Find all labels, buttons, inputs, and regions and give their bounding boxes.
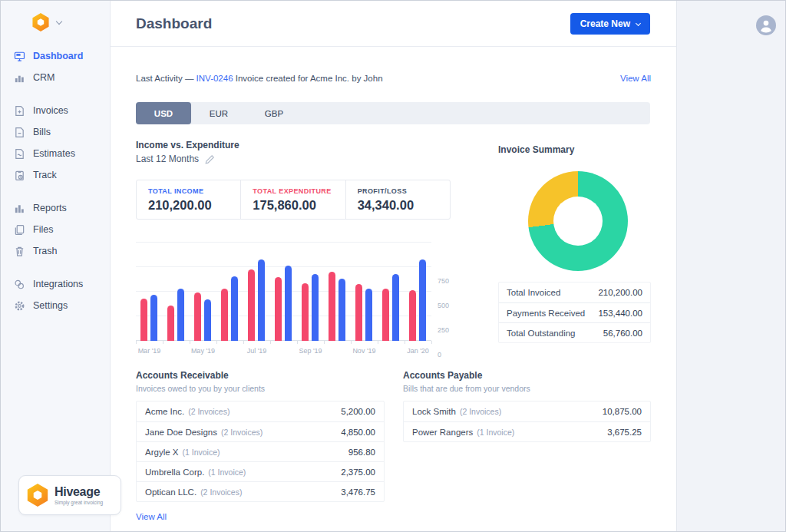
accounts-receivable-list: Acme Inc.(2 Invoices)5,200.00Jane Doe De… [136,401,385,502]
sidebar-item-invoices[interactable]: Invoices [1,100,110,121]
bar-group-may-19 [190,240,216,341]
stat-value: 210,200.00 [148,198,240,213]
tab-usd[interactable]: USD [136,102,191,124]
account-row[interactable]: Lock Smith(2 Invoices)10,875.00 [404,401,650,421]
bar-expenditure [302,283,309,341]
client-name: Acme Inc. [145,407,184,416]
stat-profit-loss: PROFIT/LOSS34,340.00 [345,180,450,219]
accounts-payable-subtitle: Bills that are due from your vendors [403,384,651,393]
account-row[interactable]: Acme Inc.(2 Invoices)5,200.00 [137,401,384,421]
axis-tick [297,341,298,344]
receivable-view-all-link[interactable]: View All [136,512,167,521]
bar-income [150,295,157,341]
summary-value: 210,200.00 [598,288,642,297]
bar-income [339,279,345,341]
sidebar-item-integrations[interactable]: Integrations [1,273,110,295]
topbar: Dashboard Create New [111,1,676,47]
bar-group-dec-19 [378,240,405,341]
summary-row: Total Outstanding56,760.00 [499,322,650,342]
amount-value: 4,850.00 [341,428,375,437]
bar-income [258,259,265,341]
tab-gbp[interactable]: GBP [246,102,302,124]
sidebar-item-dashboard[interactable]: Dashboard [1,45,110,67]
accounts-payable-title: Accounts Payable [403,370,651,381]
amount-value: 10,875.00 [603,407,642,416]
sidebar-item-track[interactable]: Track [1,164,110,186]
income-expenditure-chart: Mar '19May '19Jul '19Sep '19Nov '19Jan '… [136,240,474,355]
sidebar-item-trash[interactable]: Trash [1,240,110,262]
create-new-button[interactable]: Create New [570,13,650,35]
stat-total-expenditure: TOTAL EXPENDITURE175,860.00 [240,180,345,219]
workspace-switcher[interactable] [31,13,61,31]
bar-group-jun-19 [216,240,243,341]
stat-value: 175,860.00 [253,198,345,213]
sidebar-item-crm[interactable]: CRM [1,67,110,88]
activity-invoice-link[interactable]: INV-0246 [196,74,233,83]
summary-row: Payments Received153,440.00 [499,302,650,322]
right-strip [678,1,786,531]
amount-value: 956.80 [348,448,375,457]
sidebar-item-label: Estimates [33,148,75,159]
sidebar-item-label: Bills [33,127,51,137]
client-name: Umbrella Corp. [145,468,204,477]
user-avatar[interactable] [756,15,776,35]
period-label: Last 12 Months [136,154,199,164]
sidebar-item-files[interactable]: Files [1,219,110,240]
account-row[interactable]: Argyle X(1 Invoice)956.80 [137,441,384,461]
files-icon [14,224,25,236]
account-row[interactable]: Optican LLC.(2 Invoices)3,476.75 [137,481,384,501]
invoice-count: (2 Invoices) [200,487,242,497]
x-axis-label: Jan '20 [401,347,435,355]
axis-tick [190,341,190,344]
amount-value: 2,375.00 [341,468,375,477]
bar-group-oct-19 [324,240,351,341]
sidebar-item-estimates[interactable]: Estimates [1,143,110,164]
sidebar: DashboardCRMInvoicesBillsEstimatesTrackR… [1,1,111,531]
invoice-count: (2 Invoices) [221,428,263,437]
bar-group-mar-19 [136,240,163,341]
summary-row: Total Invoiced210,200.00 [499,283,650,302]
account-row[interactable]: Power Rangers(1 Invoice)3,675.25 [404,421,650,441]
sidebar-item-reports[interactable]: Reports [1,197,110,219]
edit-period-icon[interactable] [205,154,215,164]
y-axis-label: 500 [438,302,461,309]
client-name: Lock Smith [412,407,456,416]
activity-text: Invoice created for Acme Inc. by John [233,74,383,83]
dashboard-icon [14,51,25,62]
sidebar-item-settings[interactable]: Settings [1,295,110,316]
accounts-payable-section: Accounts Payable Bills that are due from… [403,370,651,442]
axis-tick [431,341,432,344]
brand-tagline: Simply great invoicing [54,500,103,505]
invoice-summary-title: Invoice Summary [498,144,574,155]
invoice-summary-donut-chart [528,171,628,271]
trash-icon [14,246,25,257]
bar-income [392,274,399,341]
invoices-icon [14,105,25,117]
account-row[interactable]: Umbrella Corp.(1 Invoice)2,375.00 [137,461,384,481]
tab-eur[interactable]: EUR [191,102,246,124]
sidebar-item-label: Track [33,170,57,180]
estimates-icon [14,148,25,160]
invoice-count: (1 Invoice) [182,448,220,457]
sidebar-nav: DashboardCRMInvoicesBillsEstimatesTrackR… [1,45,110,328]
bar-expenditure [275,277,282,341]
activity-view-all-link[interactable]: View All [620,74,651,83]
client-name: Argyle X [145,448,178,457]
bar-expenditure [194,292,201,341]
hiveage-logo-icon [26,484,49,507]
account-row[interactable]: Jane Doe Designs(2 Invoices)4,850.00 [137,421,384,441]
sidebar-item-bills[interactable]: Bills [1,121,110,143]
sidebar-item-label: Reports [33,203,67,213]
bar-income [285,266,292,341]
client-name: Optican LLC. [145,487,196,497]
sidebar-item-label: Integrations [33,279,83,289]
chevron-down-icon [636,20,641,25]
amount-value: 5,200.00 [341,407,375,416]
x-axis-label: Sep '19 [294,347,328,355]
sidebar-group: IntegrationsSettings [1,273,110,316]
bar-group-apr-19 [163,240,190,341]
sidebar-item-label: Files [33,224,53,235]
invoice-summary-table: Total Invoiced210,200.00Payments Receive… [498,282,651,343]
bar-group-sep-19 [297,240,324,341]
axis-tick [378,341,378,344]
